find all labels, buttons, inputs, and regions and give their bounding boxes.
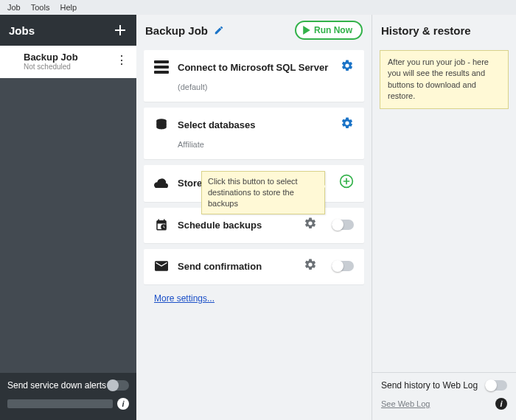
cloud-icon xyxy=(154,178,169,188)
alerts-label: Send service down alerts xyxy=(7,380,106,391)
history-title: History & restore xyxy=(381,24,471,37)
menu-tools[interactable]: Tools xyxy=(27,1,55,13)
menu-job[interactable]: Job xyxy=(3,1,25,13)
menu-help[interactable]: Help xyxy=(55,1,81,13)
job-more-icon[interactable]: ⋮ xyxy=(116,53,128,67)
server-icon xyxy=(154,60,169,74)
more-settings-link[interactable]: More settings... xyxy=(144,290,364,307)
send-history-label: Send history to Web Log xyxy=(381,380,478,391)
gear-icon[interactable] xyxy=(341,59,354,75)
job-detail-title: Backup Job xyxy=(145,24,208,37)
menubar: Job Tools Help xyxy=(0,0,516,15)
confirm-toggle[interactable] xyxy=(332,261,354,271)
step-connect-label: Connect to Microsoft SQL Server xyxy=(178,62,332,73)
jobs-panel: Jobs Backup Job Not scheduled ⋮ Send ser… xyxy=(0,15,136,420)
history-panel: History & restore After you run your job… xyxy=(372,15,516,420)
history-info-box: After you run your job - here you will s… xyxy=(380,50,509,109)
alerts-toggle[interactable] xyxy=(107,380,129,391)
database-icon xyxy=(154,118,169,131)
step-store[interactable]: Store ba Click this button to select des… xyxy=(144,165,364,202)
info-icon[interactable]: i xyxy=(117,398,129,410)
step-connect[interactable]: Connect to Microsoft SQL Server (default… xyxy=(144,50,364,102)
job-status: Not scheduled xyxy=(24,63,128,71)
right-footer: Send history to Web Log See Web Log i xyxy=(372,372,516,420)
job-name: Backup Job xyxy=(24,52,128,63)
step-select-sub: Affiliate xyxy=(178,140,354,149)
gear-icon[interactable] xyxy=(304,258,317,274)
edit-job-icon[interactable] xyxy=(214,25,224,35)
schedule-toggle[interactable] xyxy=(332,220,354,230)
step-confirm[interactable]: Send confirmation xyxy=(144,249,364,284)
see-web-log-link[interactable]: See Web Log xyxy=(381,399,430,408)
gear-icon[interactable] xyxy=(304,217,317,233)
store-tooltip: Click this button to select destinations… xyxy=(201,171,325,214)
add-destination-icon[interactable] xyxy=(339,174,354,192)
step-confirm-label: Send confirmation xyxy=(178,261,295,272)
mail-icon xyxy=(154,261,169,271)
job-list-item[interactable]: Backup Job Not scheduled ⋮ xyxy=(0,46,136,78)
info-icon[interactable]: i xyxy=(495,398,507,410)
calendar-icon xyxy=(154,218,169,231)
jobs-empty-area xyxy=(0,78,136,373)
svg-rect-1 xyxy=(154,66,169,69)
run-now-button[interactable]: Run Now xyxy=(295,21,363,40)
job-detail-panel: Backup Job Run Now Connect to Microsoft … xyxy=(136,15,372,420)
footer-progress xyxy=(7,399,113,408)
add-job-icon[interactable] xyxy=(113,23,128,38)
jobs-title: Jobs xyxy=(9,24,35,37)
step-schedule-label: Schedule backups xyxy=(178,220,295,231)
svg-rect-2 xyxy=(154,71,169,74)
send-history-toggle[interactable] xyxy=(485,380,507,391)
gear-icon[interactable] xyxy=(341,116,354,133)
step-connect-sub: (default) xyxy=(178,83,354,91)
svg-rect-0 xyxy=(154,60,169,63)
step-select-label: Select databases xyxy=(178,119,332,130)
left-footer: Send service down alerts i xyxy=(0,373,136,420)
step-select[interactable]: Select databases Affiliate xyxy=(144,108,364,159)
